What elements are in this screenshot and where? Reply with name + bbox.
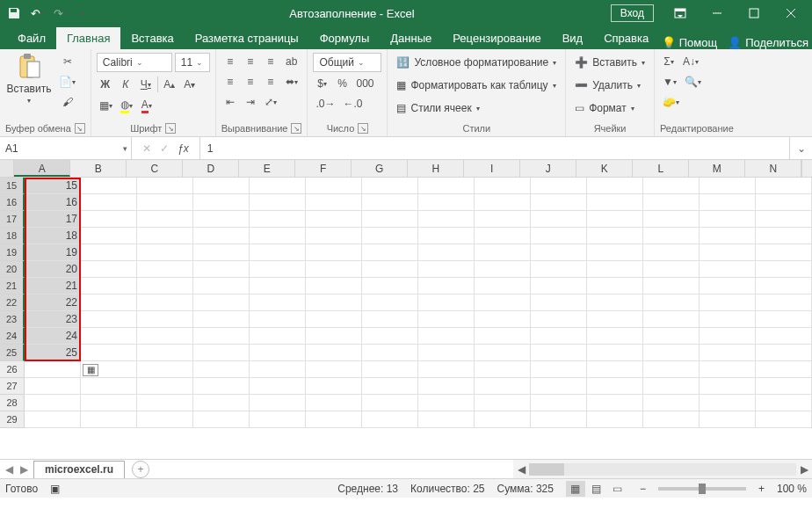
number-dialog-launcher[interactable]: ↘: [358, 123, 368, 134]
cell[interactable]: [306, 345, 362, 361]
cell[interactable]: [643, 194, 700, 211]
sign-in-button[interactable]: Вход: [611, 4, 654, 22]
font-color-button[interactable]: A▾: [138, 97, 156, 114]
column-header-E[interactable]: E: [239, 160, 295, 177]
column-header-K[interactable]: K: [576, 160, 633, 177]
orientation-button[interactable]: ⤢▾: [262, 93, 279, 111]
align-middle-button[interactable]: ≡: [242, 53, 259, 70]
cell[interactable]: [475, 194, 531, 211]
cell[interactable]: [700, 178, 756, 194]
cell[interactable]: 24: [25, 328, 81, 345]
tab-formulas[interactable]: Формулы: [309, 27, 381, 49]
row-header[interactable]: 25: [0, 345, 25, 361]
qat-customize-button[interactable]: ▾: [72, 3, 93, 24]
cell[interactable]: 25: [25, 345, 81, 361]
zoom-level[interactable]: 100 %: [777, 483, 807, 495]
cell[interactable]: [137, 361, 193, 378]
maximize-button[interactable]: [736, 0, 772, 26]
format-painter-button[interactable]: 🖌: [56, 93, 78, 111]
cell[interactable]: [306, 211, 362, 228]
align-left-button[interactable]: ≡: [221, 73, 239, 91]
cell[interactable]: [475, 211, 531, 228]
cell[interactable]: [587, 395, 643, 411]
align-top-button[interactable]: ≡: [221, 53, 239, 70]
cell[interactable]: [587, 328, 643, 345]
column-header-F[interactable]: F: [295, 160, 352, 177]
align-dialog-launcher[interactable]: ↘: [291, 123, 301, 134]
cell[interactable]: [362, 395, 418, 411]
italic-button[interactable]: К: [117, 76, 134, 93]
cell[interactable]: [418, 211, 475, 228]
paste-button[interactable]: Вставить▾: [5, 53, 53, 105]
row-header[interactable]: 17: [0, 211, 25, 228]
tab-home[interactable]: Главная: [56, 27, 120, 49]
row-header[interactable]: 21: [0, 278, 25, 294]
cell[interactable]: [700, 211, 756, 228]
ribbon-options-button[interactable]: [663, 0, 698, 26]
cell[interactable]: [587, 211, 643, 228]
cell[interactable]: [193, 378, 250, 395]
row-header[interactable]: 27: [0, 378, 25, 395]
cell[interactable]: [643, 378, 700, 395]
clipboard-dialog-launcher[interactable]: ↘: [75, 123, 85, 134]
cell[interactable]: [193, 361, 250, 378]
cell[interactable]: [250, 311, 306, 328]
cell[interactable]: [531, 194, 587, 211]
new-sheet-button[interactable]: +: [132, 461, 149, 478]
row-header[interactable]: 15: [0, 178, 25, 194]
cell[interactable]: [700, 228, 756, 244]
column-header-C[interactable]: C: [127, 160, 183, 177]
cell[interactable]: [250, 328, 306, 345]
cell[interactable]: [700, 345, 756, 361]
name-box[interactable]: A1▾: [0, 137, 132, 159]
row-header[interactable]: 20: [0, 261, 25, 278]
cell[interactable]: [250, 211, 306, 228]
row-header[interactable]: 23: [0, 311, 25, 328]
cell[interactable]: [250, 395, 306, 411]
cell[interactable]: [137, 294, 193, 311]
column-header-N[interactable]: N: [745, 160, 801, 177]
cell[interactable]: [756, 311, 812, 328]
cell[interactable]: [418, 178, 475, 194]
cell[interactable]: [81, 278, 137, 294]
cell[interactable]: [362, 294, 418, 311]
cell[interactable]: 16: [25, 194, 81, 211]
decrease-font-button[interactable]: A▾: [181, 76, 199, 93]
cell[interactable]: [81, 378, 137, 395]
cell[interactable]: [193, 328, 250, 345]
cell[interactable]: [306, 294, 362, 311]
cell[interactable]: [475, 261, 531, 278]
cell[interactable]: [643, 244, 700, 261]
cell[interactable]: 15: [25, 178, 81, 194]
cell[interactable]: [700, 328, 756, 345]
cell[interactable]: [756, 228, 812, 244]
cell[interactable]: [475, 178, 531, 194]
column-header-H[interactable]: H: [408, 160, 464, 177]
cell[interactable]: [418, 311, 475, 328]
cell[interactable]: [643, 411, 700, 428]
cell[interactable]: [137, 311, 193, 328]
macro-record-icon[interactable]: ▣: [50, 483, 60, 495]
cell[interactable]: [700, 244, 756, 261]
cell[interactable]: [587, 194, 643, 211]
share-button[interactable]: 👤Поделиться: [728, 36, 808, 49]
cell[interactable]: [250, 294, 306, 311]
cell[interactable]: [418, 395, 475, 411]
cell[interactable]: [643, 311, 700, 328]
cell[interactable]: [643, 395, 700, 411]
cell[interactable]: [250, 261, 306, 278]
tab-insert[interactable]: Вставка: [120, 27, 184, 49]
cell[interactable]: [137, 411, 193, 428]
cell[interactable]: [193, 228, 250, 244]
column-header-I[interactable]: I: [464, 160, 520, 177]
tab-help[interactable]: Справка: [593, 27, 659, 49]
cell[interactable]: [81, 194, 137, 211]
column-header-G[interactable]: G: [352, 160, 408, 177]
cell[interactable]: [306, 328, 362, 345]
row-header[interactable]: 16: [0, 194, 25, 211]
cell[interactable]: 20: [25, 261, 81, 278]
scroll-right-button[interactable]: ▶: [796, 463, 812, 476]
bold-button[interactable]: Ж: [97, 76, 114, 93]
row-header[interactable]: 19: [0, 244, 25, 261]
cell[interactable]: [81, 294, 137, 311]
